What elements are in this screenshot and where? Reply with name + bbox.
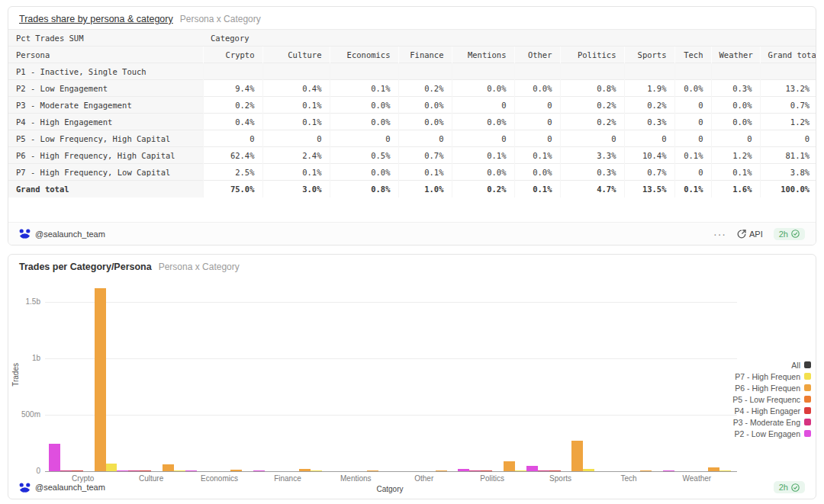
account-name: @sealaunch_team — [35, 230, 105, 239]
legend-item[interactable]: P7 - High Frequen — [735, 371, 811, 381]
column-header: Politics — [560, 47, 624, 63]
freshness-badge: 2h — [774, 228, 805, 240]
chart-subtitle: Persona x Category — [159, 262, 240, 272]
legend-item[interactable]: All — [791, 360, 811, 370]
value-cell: 2.4% — [262, 147, 330, 164]
legend-item[interactable]: P3 - Moderate Eng — [733, 417, 811, 427]
value-cell: 0.1% — [514, 147, 560, 164]
account-link[interactable]: @sealaunch_team — [19, 483, 105, 493]
bar-group — [49, 284, 117, 471]
bar-slot — [594, 284, 606, 471]
bar-slot — [265, 284, 276, 471]
legend-swatch — [804, 430, 811, 437]
persona-cell: P6 - High Frequency, High Capital — [8, 147, 203, 164]
table-row: P4 - High Engagement0.4%0.1%0.0%0.0%0.0%… — [8, 114, 816, 130]
bar-slot — [83, 284, 95, 471]
bar — [72, 470, 83, 472]
value-cell: 1.6% — [711, 181, 760, 197]
api-button[interactable]: API — [737, 230, 763, 239]
bar-group — [253, 284, 321, 471]
bar — [49, 444, 60, 471]
legend-swatch — [804, 384, 811, 391]
value-cell: 100.0% — [760, 181, 816, 197]
value-cell: 0.4% — [262, 80, 330, 97]
value-cell: 0.0% — [674, 80, 711, 97]
bar-slot — [617, 284, 629, 471]
bar-slot — [60, 284, 72, 471]
value-cell — [330, 63, 398, 80]
persona-cell: P4 - High Engagement — [8, 114, 203, 130]
bar-slot — [344, 284, 356, 471]
legend-item[interactable]: P4 - High Engager — [735, 406, 811, 416]
bar-slot — [515, 284, 526, 471]
value-cell: 0.1% — [711, 164, 760, 181]
value-cell: 0.8% — [330, 181, 398, 197]
value-cell: 0 — [514, 97, 560, 114]
bar-group — [117, 284, 185, 471]
value-cell: 9.4% — [203, 80, 262, 97]
value-cell: 0.0% — [398, 114, 452, 130]
bar-slot — [436, 284, 447, 471]
legend-label: P2 - Low Engagen — [735, 429, 800, 438]
bar — [128, 470, 140, 471]
bar — [583, 469, 594, 471]
legend-item[interactable]: P5 - Low Frequenc — [732, 394, 811, 404]
table-row: P2 - Low Engagement9.4%0.4%0.1%0.2%0.0%0… — [8, 80, 816, 97]
sealaunch-logo-icon — [19, 229, 31, 239]
legend-item[interactable]: P6 - High Frequen — [735, 383, 811, 393]
bar — [549, 470, 561, 471]
bar — [140, 470, 151, 471]
bar-slot — [106, 284, 117, 471]
value-cell: 0.0% — [330, 97, 398, 114]
bar-slot — [288, 284, 299, 471]
legend-label: P7 - High Frequen — [735, 372, 800, 381]
persona-cell: P5 - Low Frequency, High Capital — [8, 130, 203, 147]
value-cell — [514, 63, 560, 80]
account-link[interactable]: @sealaunch_team — [19, 229, 105, 239]
bar-slot — [674, 284, 686, 471]
legend-swatch — [804, 373, 811, 380]
value-cell: 0 — [674, 164, 711, 181]
footer-actions: ··· API 2h — [713, 228, 805, 240]
value-cell: 3.0% — [262, 181, 330, 197]
bar-slot — [140, 284, 151, 471]
table-row: P5 - Low Frequency, High Capital00000000… — [8, 130, 816, 147]
bar — [436, 470, 447, 471]
value-cell — [452, 63, 514, 80]
value-cell: 0 — [674, 114, 711, 130]
y-axis-title: Trades — [11, 363, 20, 387]
column-header: Finance — [398, 47, 452, 63]
value-cell: 0.1% — [674, 147, 711, 164]
bar-slot — [299, 284, 311, 471]
value-cell: 1.9% — [624, 80, 674, 97]
legend-item[interactable]: P2 - Low Engagen — [735, 429, 811, 438]
column-header: Mentions — [452, 47, 514, 63]
column-header: Sports — [624, 47, 674, 63]
more-menu-button[interactable]: ··· — [713, 230, 726, 238]
panel-title-row: Trades share by persona & category Perso… — [8, 7, 816, 29]
value-cell: 0.0% — [452, 114, 514, 130]
value-cell: 0.7% — [624, 164, 674, 181]
value-cell: 3.8% — [760, 164, 816, 181]
value-cell: 0.4% — [203, 114, 262, 130]
value-cell: 0 — [398, 130, 452, 147]
bar-slot — [413, 284, 424, 471]
value-cell — [624, 63, 674, 80]
bar-slot — [685, 284, 697, 471]
bar-slot — [220, 284, 231, 471]
legend-label: P4 - High Engager — [735, 406, 800, 416]
bar — [504, 461, 515, 471]
table-row: P7 - High Frequency, Low Capital2.5%0.1%… — [8, 164, 816, 181]
legend-label: P5 - Low Frequenc — [732, 395, 800, 404]
table-row: P1 - Inactive, Single Touch — [8, 63, 816, 80]
bar — [538, 470, 549, 471]
legend-swatch — [804, 396, 811, 403]
value-cell: 0 — [203, 130, 262, 147]
value-cell — [398, 63, 452, 80]
chart-legend: AllP7 - High FrequenP6 - High FrequenP5 … — [732, 360, 811, 438]
bar-slot — [378, 284, 390, 471]
value-cell: 0.1% — [674, 181, 711, 197]
bar-slot — [367, 284, 378, 471]
panel-title-link[interactable]: Trades share by persona & category — [19, 14, 173, 24]
value-cell: 0.0% — [514, 164, 560, 181]
